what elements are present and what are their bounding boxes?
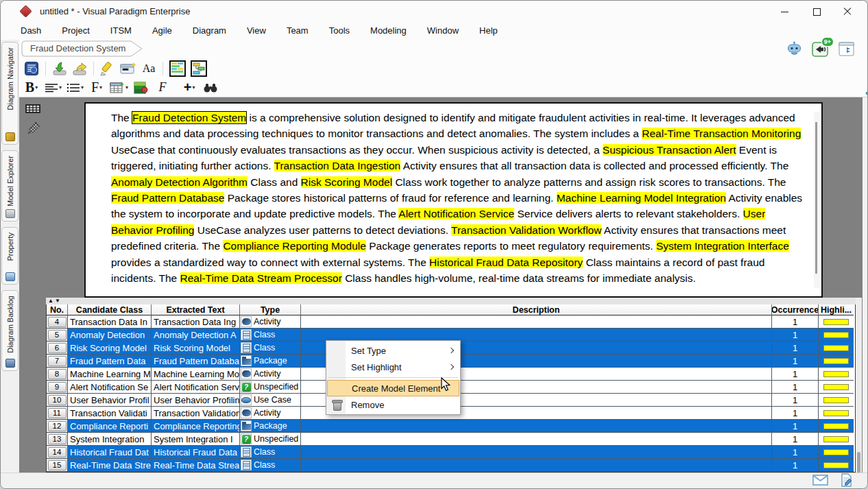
column-header-candidate-class[interactable]: Candidate Class	[68, 305, 152, 315]
color-theme-button[interactable]	[133, 80, 149, 96]
column-header-highli[interactable]: Highli...	[819, 305, 854, 315]
messages-button[interactable]	[812, 475, 828, 488]
sidebar-tab-model-explorer[interactable]: Model Explorer	[1, 150, 19, 222]
menu-window[interactable]: Window	[417, 22, 469, 39]
occurrence-cell[interactable]: 1	[772, 407, 819, 420]
menu-team[interactable]: Team	[276, 22, 319, 39]
column-header-occurrence[interactable]: Occurrence	[772, 305, 819, 315]
menu-agile[interactable]: Agile	[142, 22, 182, 39]
extracted-text-cell[interactable]: Machine Learning Mo	[152, 368, 240, 381]
announcements-button[interactable]: 9+	[812, 41, 829, 57]
expand-down-icon[interactable]: ▼	[55, 298, 60, 304]
highlighted-term[interactable]: Transaction Data Ingestion	[274, 160, 401, 171]
column-header-extracted-text[interactable]: Extracted Text	[152, 305, 240, 315]
candidate-class-cell[interactable]: User Behavior Profil	[68, 394, 152, 407]
highlight-cell[interactable]	[819, 420, 854, 433]
extracted-text-cell[interactable]: User Behavior Profilin	[152, 394, 240, 407]
brush-tool-button[interactable]	[24, 120, 42, 138]
candidate-class-cell[interactable]: Real-Time Data Stre	[68, 459, 152, 472]
row-number-cell[interactable]: 13	[47, 433, 68, 446]
occurrence-cell[interactable]: 1	[772, 355, 819, 368]
candidate-class-cell[interactable]: Transaction Validati	[68, 407, 152, 420]
candidate-class-cell[interactable]: Historical Fraud Dat	[68, 446, 152, 459]
highlight-cell[interactable]	[819, 355, 854, 368]
row-number-cell[interactable]: 15	[47, 459, 68, 472]
type-cell[interactable]: Unspecified	[240, 433, 301, 446]
list-button[interactable]: ▾	[67, 80, 84, 96]
occurrence-cell[interactable]: 1	[772, 329, 819, 342]
highlight-cell[interactable]	[819, 342, 854, 355]
export-button[interactable]	[71, 60, 88, 77]
insert-table-button[interactable]: ▾	[110, 80, 128, 96]
table-row[interactable]: 13 System Integration System Integration…	[47, 433, 855, 446]
candidate-class-cell[interactable]: Risk Scoring Model	[68, 342, 152, 355]
align-button[interactable]: ▾	[45, 80, 62, 96]
collapse-up-icon[interactable]: ▲	[48, 298, 53, 304]
type-cell[interactable]: Activity	[240, 368, 301, 381]
extracted-text-cell[interactable]: System Integration I	[152, 433, 240, 446]
highlight-cell[interactable]	[819, 459, 854, 472]
highlighted-term[interactable]: Anomaly Detection Algorithm	[111, 176, 248, 188]
layout-overview-button[interactable]	[190, 60, 208, 77]
extracted-text-cell[interactable]: Transaction Data Ing	[152, 315, 240, 329]
doc-composer-button[interactable]	[23, 60, 40, 77]
description-cell[interactable]	[301, 315, 772, 329]
import-button[interactable]	[51, 60, 68, 77]
row-number-cell[interactable]: 10	[47, 394, 68, 407]
text-scrollbar-thumb[interactable]	[815, 122, 817, 274]
ai-assistant-button[interactable]	[786, 41, 803, 57]
candidate-class-cell[interactable]: Anomaly Detection	[68, 329, 152, 342]
diagram-overview-button[interactable]	[169, 60, 186, 77]
canvas-scrollbar-track[interactable]	[863, 97, 867, 473]
highlight-cell[interactable]	[819, 368, 854, 381]
type-cell[interactable]: Activity	[240, 407, 301, 420]
bold-button[interactable]: B ▾	[23, 80, 40, 96]
new-window-button[interactable]	[119, 60, 137, 77]
menu-item-remove[interactable]: Remove	[326, 396, 460, 413]
candidate-class-cell[interactable]: Machine Learning M	[68, 368, 152, 381]
candidate-class-cell[interactable]: Transaction Data In	[68, 315, 152, 329]
highlight-cell[interactable]	[819, 381, 854, 394]
row-number-cell[interactable]: 6	[47, 342, 68, 355]
candidate-class-cell[interactable]: System Integration	[68, 433, 152, 446]
menu-diagram[interactable]: Diagram	[182, 22, 237, 39]
candidate-class-cell[interactable]: Fraud Pattern Data	[68, 355, 152, 368]
description-cell[interactable]	[301, 446, 772, 459]
occurrence-cell[interactable]: 1	[772, 420, 819, 433]
minimize-button[interactable]	[780, 7, 789, 16]
column-header-description[interactable]: Description	[301, 305, 772, 315]
occurrence-cell[interactable]: 1	[772, 368, 819, 381]
grid-tool-button[interactable]	[24, 99, 42, 117]
occurrence-cell[interactable]: 1	[772, 394, 819, 407]
row-number-cell[interactable]: 4	[47, 315, 68, 329]
extracted-text-cell[interactable]: Historical Fraud Data	[152, 446, 240, 459]
highlight-cell[interactable]	[819, 394, 854, 407]
tab-fraud-detection-system[interactable]: Fraud Detection System	[21, 40, 143, 57]
highlighted-term[interactable]: Historical Fraud Data Repository	[429, 257, 583, 268]
sidebar-tab-diagram-backlog[interactable]: Diagram Backlog	[1, 290, 19, 371]
formula-style-button[interactable]: F	[154, 80, 171, 96]
highlighted-term[interactable]: Compliance Reporting Module	[223, 240, 366, 252]
extracted-text-cell[interactable]: Compliance Reporting	[152, 420, 240, 433]
extracted-text-cell[interactable]: Transaction Validation	[152, 407, 240, 420]
highlighted-term[interactable]: Risk Scoring Model	[301, 176, 393, 188]
type-cell[interactable]: Package	[240, 355, 301, 368]
highlighted-term[interactable]: Suspicious Transaction Alert	[603, 144, 736, 156]
description-cell[interactable]	[301, 459, 772, 472]
text-scrollbar-track[interactable]	[814, 112, 819, 288]
menu-modeling[interactable]: Modeling	[360, 22, 417, 39]
highlighted-term[interactable]: System Integration Interface	[656, 240, 789, 252]
problem-statement-panel[interactable]: The Fraud Detection System is a comprehe…	[84, 102, 823, 298]
type-cell[interactable]: Class	[240, 446, 301, 459]
column-header-type[interactable]: Type	[240, 305, 301, 315]
font-settings-button[interactable]: Aa	[141, 60, 157, 77]
occurrence-cell[interactable]: 1	[772, 459, 819, 472]
menu-dash[interactable]: Dash	[10, 22, 51, 39]
extracted-text-cell[interactable]: Real-Time Data Strea	[152, 459, 240, 472]
row-number-cell[interactable]: 5	[47, 329, 68, 342]
menu-item-create-model-element[interactable]: Create Model Element	[327, 380, 459, 396]
highlighted-term[interactable]: Transaction Validation Workflow	[451, 224, 601, 236]
panel-layout-button[interactable]	[838, 41, 855, 57]
type-cell[interactable]: Package	[240, 420, 301, 433]
menu-help[interactable]: Help	[469, 22, 508, 39]
